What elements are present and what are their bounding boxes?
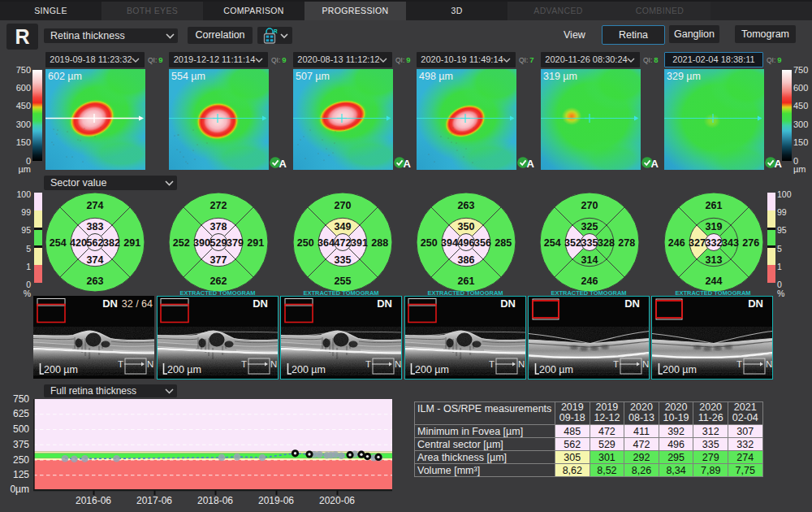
svg-text:319: 319 <box>705 220 722 232</box>
svg-text:254: 254 <box>50 236 67 248</box>
svg-text:200 µm: 200 µm <box>44 364 78 375</box>
svg-text:32 / 64: 32 / 64 <box>122 298 153 310</box>
svg-text:N: N <box>642 359 649 369</box>
svg-text:335: 335 <box>334 254 351 265</box>
svg-text:562: 562 <box>86 236 103 248</box>
svg-text:379: 379 <box>227 236 244 248</box>
svg-text:343: 343 <box>722 236 739 248</box>
svg-text:200 µm: 200 µm <box>663 364 697 375</box>
svg-text:DN: DN <box>377 297 392 310</box>
svg-text:A: A <box>279 158 287 170</box>
svg-text:272: 272 <box>210 199 227 210</box>
svg-text:263: 263 <box>457 199 474 210</box>
svg-text:274: 274 <box>86 199 103 210</box>
svg-text:278: 278 <box>619 236 636 248</box>
svg-text:394: 394 <box>441 236 458 248</box>
svg-text:352: 352 <box>564 236 581 248</box>
svg-text:N: N <box>766 359 772 369</box>
svg-text:262: 262 <box>210 275 227 286</box>
svg-text:254: 254 <box>544 236 561 248</box>
svg-text:364: 364 <box>317 236 335 248</box>
svg-text:T: T <box>489 359 495 369</box>
svg-text:252: 252 <box>173 236 190 248</box>
svg-text:250: 250 <box>296 236 313 248</box>
svg-text:291: 291 <box>247 236 264 248</box>
svg-text:288: 288 <box>371 236 388 248</box>
svg-text:261: 261 <box>705 199 722 210</box>
svg-text:N: N <box>518 359 525 369</box>
svg-text:T: T <box>365 359 371 369</box>
svg-text:A: A <box>775 158 783 170</box>
svg-text:A: A <box>651 158 659 170</box>
svg-text:386: 386 <box>457 254 474 265</box>
svg-text:244: 244 <box>705 275 722 286</box>
svg-text:383: 383 <box>86 220 103 232</box>
svg-text:T: T <box>736 359 742 369</box>
svg-text:DN: DN <box>748 297 763 310</box>
svg-text:R: R <box>274 28 278 34</box>
svg-text:N: N <box>395 359 401 369</box>
svg-text:N: N <box>270 359 277 369</box>
svg-text:255: 255 <box>334 275 351 286</box>
svg-text:335: 335 <box>581 236 598 248</box>
svg-text:319 µm: 319 µm <box>543 71 577 82</box>
svg-text:270: 270 <box>581 199 598 210</box>
svg-text:A: A <box>404 158 412 170</box>
svg-text:200 µm: 200 µm <box>415 364 449 375</box>
svg-text:DN: DN <box>102 297 118 310</box>
svg-text:313: 313 <box>705 254 722 265</box>
svg-text:554 µm: 554 µm <box>171 71 205 82</box>
svg-text:T: T <box>118 359 123 369</box>
svg-text:270: 270 <box>334 199 351 210</box>
svg-text:263: 263 <box>86 275 103 286</box>
svg-text:529: 529 <box>210 236 227 248</box>
svg-text:246: 246 <box>581 275 598 286</box>
svg-text:T: T <box>241 359 247 369</box>
svg-text:314: 314 <box>581 254 598 265</box>
svg-text:N: N <box>147 359 153 369</box>
svg-text:329 µm: 329 µm <box>667 71 701 82</box>
svg-text:261: 261 <box>457 275 474 286</box>
svg-text:602 µm: 602 µm <box>48 71 82 82</box>
svg-text:DN: DN <box>253 297 268 310</box>
svg-text:285: 285 <box>495 236 512 248</box>
svg-text:374: 374 <box>86 254 103 265</box>
svg-text:420: 420 <box>70 236 87 248</box>
svg-text:327: 327 <box>689 236 706 248</box>
svg-text:T: T <box>613 359 619 369</box>
svg-text:496: 496 <box>457 236 474 248</box>
svg-text:200 µm: 200 µm <box>292 364 326 375</box>
svg-text:378: 378 <box>210 220 227 232</box>
svg-text:291: 291 <box>123 236 140 248</box>
svg-text:A: A <box>527 158 535 170</box>
svg-text:350: 350 <box>457 220 474 232</box>
svg-text:200 µm: 200 µm <box>167 364 201 375</box>
svg-text:332: 332 <box>705 236 722 248</box>
svg-text:DN: DN <box>624 297 640 310</box>
svg-text:276: 276 <box>742 236 759 248</box>
svg-text:472: 472 <box>334 236 351 248</box>
svg-text:328: 328 <box>598 236 615 248</box>
svg-text:325: 325 <box>581 220 598 232</box>
svg-text:382: 382 <box>103 236 120 248</box>
svg-text:250: 250 <box>421 236 438 248</box>
svg-text:390: 390 <box>193 236 210 248</box>
svg-text:377: 377 <box>210 254 227 265</box>
svg-text:498 µm: 498 µm <box>419 71 453 82</box>
svg-text:200 µm: 200 µm <box>539 364 573 375</box>
svg-text:356: 356 <box>474 236 491 248</box>
svg-text:349: 349 <box>334 220 351 232</box>
svg-text:DN: DN <box>500 297 516 310</box>
svg-text:507 µm: 507 µm <box>296 71 330 82</box>
svg-text:391: 391 <box>351 236 368 248</box>
svg-text:246: 246 <box>668 236 685 248</box>
